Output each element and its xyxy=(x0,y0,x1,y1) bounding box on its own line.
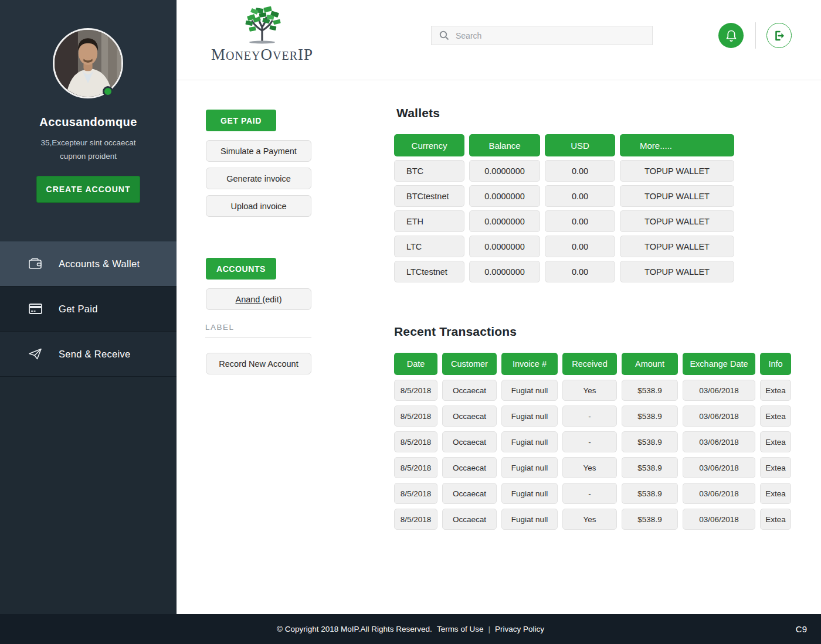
tx-cell-received: - xyxy=(562,483,617,504)
sidebar: Accusandomque 35,Excepteur sint occaecat… xyxy=(0,0,177,614)
wallet-header-currency[interactable]: Currency xyxy=(394,134,464,156)
wallet-cell-usd: 0.00 xyxy=(545,236,615,257)
search-icon xyxy=(439,30,449,40)
logout-button[interactable] xyxy=(766,23,792,48)
wallet-cell-currency: BTCtestnet xyxy=(394,185,464,207)
tx-cell-received: Yes xyxy=(562,509,617,530)
credit-card-icon xyxy=(28,302,42,316)
topup-wallet-button[interactable]: TOPUP WALLET xyxy=(620,210,734,232)
sidebar-item-accounts-wallet[interactable]: Accounts & Wallet xyxy=(0,241,177,287)
generate-invoice-button[interactable]: Generate invoice xyxy=(206,168,311,189)
tx-cell-amount: $538.9 xyxy=(622,431,678,452)
wallets-title: Wallets xyxy=(396,106,440,120)
tx-cell-exchange-date: 03/06/2018 xyxy=(683,380,755,401)
tx-cell-invoice: Fugiat null xyxy=(501,380,558,401)
wallet-header-more[interactable]: More..... xyxy=(620,134,734,156)
tx-cell-customer: Occaecat xyxy=(442,483,497,504)
logo-part: VER xyxy=(273,49,298,62)
notifications-button[interactable] xyxy=(718,23,744,48)
topup-wallet-button[interactable]: TOPUP WALLET xyxy=(620,185,734,207)
tx-cell-date: 8/5/2018 xyxy=(394,406,437,427)
logo: MONEYOVERIP xyxy=(209,5,315,64)
tx-cell-amount: $538.9 xyxy=(622,380,678,401)
upload-invoice-button[interactable]: Upload invoice xyxy=(206,195,311,217)
account-edit-label: (edit) xyxy=(262,295,281,304)
profile-subtitle: 35,Excepteur sint occaecat cupnon proide… xyxy=(12,136,165,163)
wallet-cell-currency: LTC xyxy=(394,236,464,257)
create-account-button[interactable]: CREATE ACCOUNT xyxy=(36,176,140,203)
logout-icon xyxy=(773,30,785,42)
tx-header-amount[interactable]: Amount xyxy=(622,353,678,375)
tx-cell-amount: $538.9 xyxy=(622,483,678,504)
topup-wallet-button[interactable]: TOPUP WALLET xyxy=(620,261,734,282)
account-edit-button[interactable]: Anand (edit) xyxy=(206,288,311,310)
wallet-cell-balance: 0.0000000 xyxy=(469,185,540,207)
tx-cell-exchange-date: 03/06/2018 xyxy=(683,483,755,504)
wallet-cell-usd: 0.00 xyxy=(545,185,615,207)
tx-cell-customer: Occaecat xyxy=(442,509,497,530)
tx-header-info[interactable]: Info xyxy=(760,353,791,375)
tx-cell-invoice: Fugiat null xyxy=(501,483,558,504)
record-new-account-button[interactable]: Record New Account xyxy=(206,353,311,374)
logo-part: M xyxy=(211,46,226,63)
profile-subtitle-line1: 35,Excepteur sint occaecat xyxy=(12,136,165,149)
sidebar-item-label: Accounts & Wallet xyxy=(59,258,140,270)
tx-cell-info: Extea xyxy=(760,509,791,530)
tx-header-received[interactable]: Received xyxy=(562,353,617,375)
tx-cell-invoice: Fugiat null xyxy=(501,406,558,427)
wallet-cell-currency: BTC xyxy=(394,160,464,182)
paper-plane-icon xyxy=(28,347,42,361)
simulate-payment-button[interactable]: Simulate a Payment xyxy=(206,140,311,162)
transactions-table: Date Customer Invoice # Received Amount … xyxy=(394,353,791,530)
tx-cell-customer: Occaecat xyxy=(442,406,497,427)
sidebar-nav: Accounts & Wallet Get Paid Send & Rece xyxy=(0,241,177,377)
tx-cell-customer: Occaecat xyxy=(442,431,497,452)
profile-subtitle-line2: cupnon proident xyxy=(12,149,165,163)
tx-header-customer[interactable]: Customer xyxy=(442,353,497,375)
footer-separator: | xyxy=(488,625,490,633)
wallet-cell-balance: 0.0000000 xyxy=(469,261,540,282)
wallet-icon xyxy=(28,257,42,271)
tx-cell-exchange-date: 03/06/2018 xyxy=(683,509,755,530)
label-divider xyxy=(205,338,311,338)
wallet-cell-balance: 0.0000000 xyxy=(469,236,540,257)
wallet-header-balance[interactable]: Balance xyxy=(469,134,540,156)
topup-wallet-button[interactable]: TOPUP WALLET xyxy=(620,236,734,257)
tx-cell-invoice: Fugiat null xyxy=(501,431,558,452)
tx-cell-exchange-date: 03/06/2018 xyxy=(683,431,755,452)
footer-version: C9 xyxy=(796,614,807,644)
sidebar-item-get-paid[interactable]: Get Paid xyxy=(0,287,177,332)
privacy-policy-link[interactable]: Privacy Policy xyxy=(495,625,544,633)
topup-wallet-button[interactable]: TOPUP WALLET xyxy=(620,160,734,182)
account-name: Anand xyxy=(235,295,262,304)
search-input[interactable] xyxy=(456,31,652,40)
wallet-cell-balance: 0.0000000 xyxy=(469,160,540,182)
money-tree-icon xyxy=(230,5,294,45)
terms-of-use-link[interactable]: Terms of Use xyxy=(437,625,484,633)
sidebar-item-send-receive[interactable]: Send & Receive xyxy=(0,332,177,377)
tx-header-date[interactable]: Date xyxy=(394,353,437,375)
tx-cell-invoice: Fugiat null xyxy=(501,457,558,478)
tx-cell-customer: Occaecat xyxy=(442,380,497,401)
tx-cell-amount: $538.9 xyxy=(622,457,678,478)
logo-part: IP xyxy=(298,46,313,63)
tx-cell-info: Extea xyxy=(760,431,791,452)
search-box xyxy=(431,26,653,45)
tx-cell-invoice: Fugiat null xyxy=(501,509,558,530)
profile-section: Accusandomque 35,Excepteur sint occaecat… xyxy=(0,0,177,241)
wallet-header-usd[interactable]: USD xyxy=(545,134,615,156)
get-paid-button[interactable]: GET PAID xyxy=(206,110,276,131)
tx-header-invoice[interactable]: Invoice # xyxy=(501,353,558,375)
tx-cell-amount: $538.9 xyxy=(622,509,678,530)
label-caption: LABEL xyxy=(205,323,235,332)
tx-cell-info: Extea xyxy=(760,483,791,504)
tx-cell-date: 8/5/2018 xyxy=(394,509,437,530)
wallet-cell-currency: ETH xyxy=(394,210,464,232)
accounts-button[interactable]: ACCOUNTS xyxy=(206,258,276,280)
tx-header-exchange-date[interactable]: Exchange Date xyxy=(683,353,755,375)
tx-cell-info: Extea xyxy=(760,406,791,427)
tx-cell-date: 8/5/2018 xyxy=(394,431,437,452)
profile-name: Accusandomque xyxy=(0,115,177,129)
tx-cell-date: 8/5/2018 xyxy=(394,483,437,504)
logo-text: MONEYOVERIP xyxy=(209,46,315,64)
